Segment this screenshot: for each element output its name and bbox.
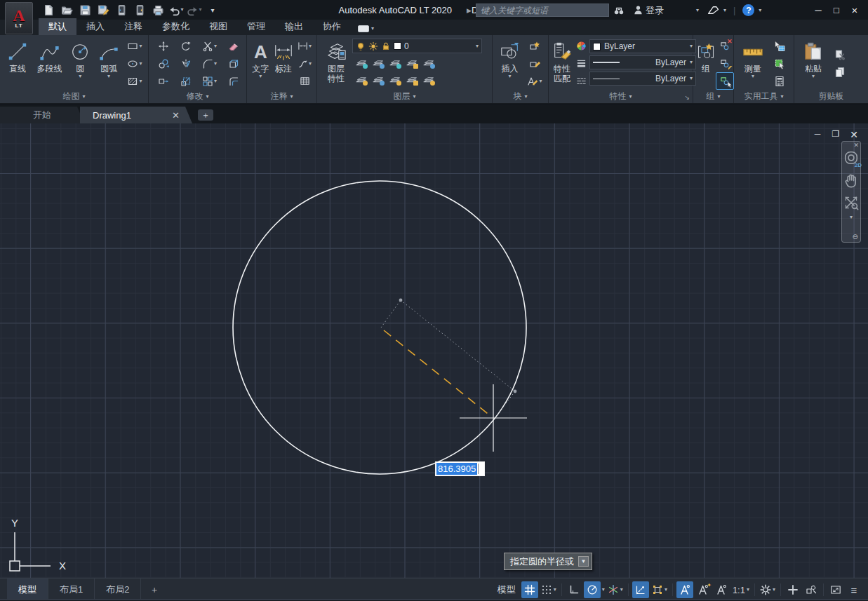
ribbon-tab-view[interactable]: 视图	[199, 18, 237, 35]
sign-in-button[interactable]: 登录	[633, 4, 664, 17]
copy-clip-button[interactable]	[829, 64, 850, 81]
annotation-scale-icon[interactable]	[713, 581, 730, 598]
lineweight-dropdown-icon[interactable]: ▾	[690, 60, 693, 65]
define-attributes-button[interactable]: ▾	[524, 72, 545, 90]
zoom-dropdown-icon[interactable]: ▾	[850, 215, 853, 220]
layer-freeze-button[interactable]	[386, 55, 403, 70]
quick-select-button[interactable]	[769, 37, 790, 55]
save-button[interactable]	[77, 2, 93, 18]
layer-dropdown[interactable]: 0 ▾	[352, 39, 482, 53]
layout-tab-model[interactable]: 模型	[7, 579, 48, 601]
panel-block-label[interactable]: 块▾	[493, 90, 548, 103]
layer-make-current-button[interactable]	[420, 55, 436, 70]
isolate-objects-button[interactable]	[803, 581, 820, 598]
layer-properties-button[interactable]: 图层 特性	[320, 37, 352, 90]
save-as-button[interactable]	[95, 2, 111, 18]
search-icon[interactable]	[613, 5, 625, 16]
paste-button[interactable]: 粘贴 ▾	[797, 37, 829, 90]
quick-calculator-button[interactable]	[769, 72, 790, 90]
paste-dropdown-icon[interactable]: ▾	[812, 74, 815, 79]
linetype-dropdown-icon[interactable]: ▾	[690, 76, 693, 81]
panel-clipboard-label[interactable]: 剪贴板	[794, 90, 868, 103]
layout-tab-layout1[interactable]: 布局1	[48, 579, 95, 601]
trim-button[interactable]: ▾	[196, 37, 223, 55]
select-objects-button[interactable]	[769, 55, 790, 72]
open-button[interactable]	[59, 2, 74, 18]
zoom-extents-button[interactable]: ▾	[843, 195, 859, 220]
drawing-canvas[interactable]: Y X 816.3905 指定圆的半径或 ▼ ─ ❐ ✕ ✕ 2D ▾ ⊖	[0, 123, 868, 578]
navbar-close-icon[interactable]: ✕	[853, 142, 859, 149]
arc-dropdown-icon[interactable]: ▾	[107, 74, 110, 79]
ribbon-tab-parametric[interactable]: 参数化	[152, 18, 199, 35]
polar-tracking-toggle[interactable]	[584, 581, 601, 598]
insert-block-button[interactable]: 插入 ▾	[495, 37, 524, 90]
panel-draw-label[interactable]: 绘图▾	[0, 90, 148, 103]
ribbon-tab-home[interactable]: 默认	[39, 18, 76, 35]
layer-unisolate-button[interactable]	[369, 72, 386, 87]
object-color-dropdown[interactable]: ByLayer ▾	[589, 39, 696, 53]
layer-lock-button[interactable]	[403, 55, 420, 70]
edit-block-button[interactable]	[524, 55, 545, 72]
create-block-button[interactable]	[524, 37, 545, 55]
layer-thaw-button[interactable]	[386, 72, 403, 87]
circle-dropdown-icon[interactable]: ▾	[79, 74, 81, 79]
layer-change-to-current-button[interactable]	[420, 72, 436, 87]
dynamic-input-field[interactable]: 816.3905	[435, 461, 485, 476]
annotation-autoscale-toggle[interactable]: ✦	[695, 581, 712, 598]
file-tab-drawing1[interactable]: Drawing1 ✕	[80, 107, 192, 123]
panel-layers-label[interactable]: 图层▾	[317, 90, 492, 103]
group-edit-button[interactable]	[716, 55, 734, 72]
snap-mode-toggle[interactable]: ▾	[540, 581, 558, 598]
workspace-switching-button[interactable]: ▾	[759, 581, 777, 598]
measure-button[interactable]: 测量 ▾	[737, 37, 769, 90]
search-expand-icon[interactable]: ▶	[467, 7, 472, 14]
text-button[interactable]: A 文字 ▾	[250, 37, 272, 90]
panel-annotation-label[interactable]: 注释▾	[247, 90, 316, 103]
linear-dimension-button[interactable]: ▾	[295, 37, 314, 55]
customization-button[interactable]: ≡	[846, 581, 862, 598]
stretch-button[interactable]	[152, 72, 175, 90]
ellipse-button[interactable]: ▾	[124, 55, 145, 72]
help-dropdown-icon[interactable]: ▾	[759, 8, 761, 13]
line-button[interactable]: 直线	[3, 37, 32, 90]
file-tab-close-icon[interactable]: ✕	[172, 110, 180, 121]
open-from-web-mobile-button[interactable]	[114, 2, 129, 18]
ribbon-tab-insert[interactable]: 插入	[76, 18, 114, 35]
insert-dropdown-icon[interactable]: ▾	[508, 74, 511, 79]
scale-button[interactable]	[175, 72, 196, 90]
steering-wheel-2d-button[interactable]: 2D	[843, 150, 859, 166]
clean-screen-button[interactable]	[827, 581, 844, 598]
lineweight-icon[interactable]	[573, 55, 589, 72]
ribbon-tab-collaborate[interactable]: 协作	[313, 18, 351, 35]
layout-tab-layout2[interactable]: 布局2	[95, 579, 141, 601]
dimension-button[interactable]: 标注	[272, 37, 295, 90]
annotation-visibility-toggle[interactable]	[676, 581, 693, 598]
ribbon-display-toggle[interactable]: ▾	[358, 25, 374, 35]
layer-dropdown-arrow-icon[interactable]: ▾	[476, 43, 479, 49]
ribbon-tab-manage[interactable]: 管理	[237, 18, 275, 35]
panel-groups-label[interactable]: 组▾	[693, 90, 733, 103]
match-properties-button[interactable]: 特性 匹配	[552, 37, 573, 90]
layer-on-button[interactable]	[352, 72, 369, 87]
new-drawing-button[interactable]	[41, 2, 56, 18]
drawing-close-button[interactable]: ✕	[848, 129, 860, 140]
autodesk-app-store-icon[interactable]	[707, 4, 719, 16]
measure-dropdown-icon[interactable]: ▾	[752, 74, 754, 79]
group-selection-toggle[interactable]	[716, 72, 734, 90]
ribbon-tab-annotate[interactable]: 注释	[114, 18, 152, 35]
properties-dialog-launcher-icon[interactable]: ↘	[684, 94, 690, 101]
annotation-scale-value[interactable]: 1:1▾	[731, 581, 751, 598]
model-space-toggle[interactable]: 模型	[493, 581, 520, 598]
tooltip-down-arrow-icon[interactable]: ▼	[578, 556, 589, 567]
autodesk-dropdown-icon[interactable]: ▾	[723, 8, 726, 13]
object-snap-toggle[interactable]: ▾	[650, 581, 669, 598]
leader-button[interactable]: ▾	[295, 55, 314, 72]
save-to-web-mobile-button[interactable]	[132, 2, 147, 18]
application-menu-button[interactable]: A LT	[5, 2, 33, 34]
arc-button[interactable]: 圆弧 ▾	[93, 37, 124, 90]
file-tab-start[interactable]: 开始	[0, 107, 84, 123]
ungroup-button[interactable]: ✕	[716, 37, 734, 55]
erase-button[interactable]	[223, 37, 244, 55]
redo-button[interactable]: ▾	[187, 2, 202, 18]
layer-off-button[interactable]	[352, 55, 369, 70]
